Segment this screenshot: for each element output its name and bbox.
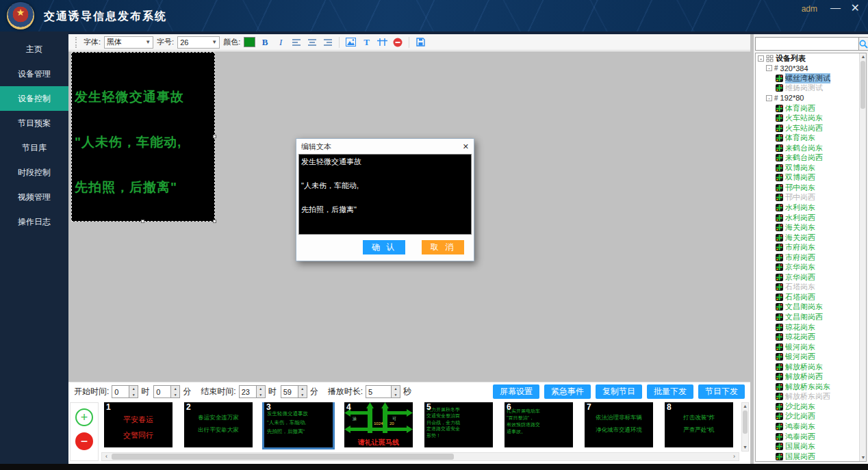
- sidebar-item-time-control[interactable]: 时段控制: [0, 160, 68, 185]
- spin-up-icon[interactable]: ▲: [298, 386, 307, 392]
- device-node[interactable]: 火车站岗西: [756, 123, 858, 133]
- start-minute-value[interactable]: 0: [153, 385, 171, 398]
- end-hour-stepper[interactable]: 23 ▲▼: [239, 385, 266, 398]
- device-node[interactable]: 市府岗东: [756, 242, 858, 252]
- device-node[interactable]: 双博岗东: [756, 163, 858, 173]
- device-node[interactable]: 市府岗西: [756, 252, 858, 263]
- align-right-button[interactable]: [322, 36, 334, 49]
- device-search-button[interactable]: [859, 37, 868, 51]
- cancel-button[interactable]: 取 消: [422, 240, 464, 254]
- spin-up-icon[interactable]: ▲: [129, 386, 138, 392]
- minimize-button[interactable]: —: [830, 1, 841, 13]
- sidebar-item-device-control[interactable]: 设备控制: [0, 86, 68, 111]
- device-node[interactable]: 维扬岗测试: [756, 83, 858, 94]
- device-node[interactable]: 来鹤台岗西: [756, 153, 858, 163]
- device-node[interactable]: 海关岗东: [756, 222, 858, 233]
- align-center-button[interactable]: [306, 36, 318, 49]
- spin-down-icon[interactable]: ▼: [129, 392, 138, 398]
- device-node[interactable]: 银河岗西: [756, 352, 858, 362]
- device-tree-root[interactable]: -设备列表: [756, 53, 858, 64]
- batch-send-button[interactable]: 批量下发: [647, 384, 693, 399]
- copy-program-button[interactable]: 复制节目: [596, 384, 642, 399]
- device-node[interactable]: 石塔岗东: [756, 283, 858, 293]
- font-size-select[interactable]: 26 ▼: [177, 36, 220, 49]
- tree-scrollbar[interactable]: ▲ ▼: [859, 53, 866, 461]
- insert-image-button[interactable]: [344, 36, 357, 49]
- save-button[interactable]: [414, 36, 426, 49]
- sidebar-item-operation-log[interactable]: 操作日志: [0, 209, 68, 234]
- resize-handle-right[interactable]: [213, 135, 216, 138]
- confirm-button[interactable]: 确 认: [363, 240, 405, 254]
- duration-stepper[interactable]: 5 ▲▼: [366, 385, 400, 398]
- sidebar-item-home[interactable]: 主页: [0, 37, 68, 62]
- device-node[interactable]: 水利岗西: [756, 213, 858, 223]
- device-node[interactable]: 京华岗东: [756, 262, 858, 272]
- device-node[interactable]: 银河岗东: [756, 342, 858, 352]
- program-horizontal-scrollbar[interactable]: ‹ ›: [101, 452, 739, 461]
- scrollbar-thumb[interactable]: [860, 61, 865, 109]
- program-thumb-6[interactable]: 6扎实开展电动车"百日整治"，有效预防道路交通事故。: [505, 402, 573, 447]
- end-minute-stepper[interactable]: 59 ▲▼: [281, 385, 307, 398]
- program-thumb-5[interactable]: 5大力开展秋冬季交通安全整治百日会战，全力稳定道路交通安全形势！: [424, 402, 493, 447]
- device-node[interactable]: 火车站岗东: [756, 113, 858, 123]
- device-node[interactable]: 来鹤台岗东: [756, 143, 858, 153]
- align-left-button[interactable]: [290, 36, 303, 49]
- device-node[interactable]: 解放桥岗西: [756, 372, 858, 382]
- program-thumb-4[interactable]: 4102420涂可请礼让斑马线: [344, 402, 413, 447]
- device-node[interactable]: 双博岗西: [756, 173, 858, 183]
- italic-button[interactable]: I: [275, 36, 287, 49]
- program-thumb-8[interactable]: 8打击改装"炸严查严处"机: [665, 402, 733, 447]
- resize-handle-corner[interactable]: [213, 220, 216, 223]
- dialog-textarea[interactable]: 发生轻微交通事故 "人未伤，车能动, 先拍照，后撤离": [298, 154, 472, 235]
- scroll-up-icon[interactable]: ▲: [860, 53, 867, 60]
- spin-up-icon[interactable]: ▲: [171, 386, 179, 392]
- add-program-button[interactable]: +: [75, 408, 93, 426]
- device-node[interactable]: 文昌阁岗西: [756, 312, 858, 322]
- screen-settings-button[interactable]: 屏幕设置: [493, 384, 539, 399]
- tree-expand-toggle[interactable]: -: [766, 95, 772, 101]
- tree-expand-toggle[interactable]: -: [766, 65, 772, 71]
- spin-down-icon[interactable]: ▼: [257, 392, 265, 398]
- close-button[interactable]: ✕: [851, 1, 860, 14]
- device-node[interactable]: 京华岗西: [756, 272, 858, 283]
- device-node[interactable]: 体育岗东: [756, 133, 858, 143]
- scroll-down-icon[interactable]: ▼: [860, 454, 867, 461]
- program-thumb-1[interactable]: 1平安春运交警同行: [104, 402, 173, 447]
- start-hour-value[interactable]: 0: [112, 385, 129, 398]
- device-node[interactable]: 解放桥东岗东: [756, 382, 858, 392]
- device-node[interactable]: 琼花岗西: [756, 332, 858, 342]
- spin-down-icon[interactable]: ▼: [171, 392, 179, 398]
- program-thumb-7[interactable]: 7依法治理非标车辆净化城市交通环境: [585, 402, 653, 447]
- resize-handle-bottom[interactable]: [141, 220, 144, 223]
- led-preview-panel[interactable]: 发生轻微交通事故"人未伤，车能动,先拍照，后撤离": [71, 52, 215, 222]
- tree-expand-toggle[interactable]: -: [758, 55, 764, 62]
- scroll-down-icon[interactable]: ▼: [742, 444, 748, 451]
- sidebar-item-program-library[interactable]: 节目库: [0, 135, 68, 160]
- device-node[interactable]: 水利岗东: [756, 203, 858, 213]
- sidebar-item-device-management[interactable]: 设备管理: [0, 62, 68, 86]
- program-vertical-scrollbar[interactable]: ▲ ▼: [741, 402, 749, 452]
- device-node[interactable]: 海关岗西: [756, 233, 858, 243]
- remove-program-button[interactable]: −: [75, 432, 93, 450]
- device-node[interactable]: 邗中岗西: [756, 193, 858, 203]
- device-node[interactable]: 石塔岗西: [756, 292, 858, 302]
- device-node[interactable]: 国展岗西: [756, 452, 858, 462]
- scrollbar-thumb[interactable]: [112, 454, 454, 460]
- duration-value[interactable]: 5: [366, 385, 392, 398]
- end-minute-value[interactable]: 59: [281, 385, 298, 398]
- insert-text-button[interactable]: T: [360, 36, 372, 49]
- marquee-border-button[interactable]: [376, 36, 388, 49]
- scroll-right-icon[interactable]: ›: [730, 453, 739, 460]
- spin-down-icon[interactable]: ▼: [392, 392, 400, 398]
- scrollbar-thumb[interactable]: [743, 410, 748, 434]
- device-group-320x384[interactable]: -#320*384: [756, 64, 858, 74]
- color-swatch-button[interactable]: [244, 37, 255, 47]
- device-node[interactable]: 沙北岗东: [756, 402, 858, 412]
- device-node[interactable]: 邗中岗东: [756, 183, 858, 193]
- logged-in-user[interactable]: adm: [802, 4, 817, 14]
- spin-down-icon[interactable]: ▼: [298, 392, 307, 398]
- font-select[interactable]: 黑体 ▼: [104, 36, 153, 49]
- dialog-close-icon[interactable]: ✕: [463, 142, 469, 151]
- device-node[interactable]: 螺丝湾桥测试: [756, 73, 858, 83]
- program-send-button[interactable]: 节目下发: [698, 384, 745, 399]
